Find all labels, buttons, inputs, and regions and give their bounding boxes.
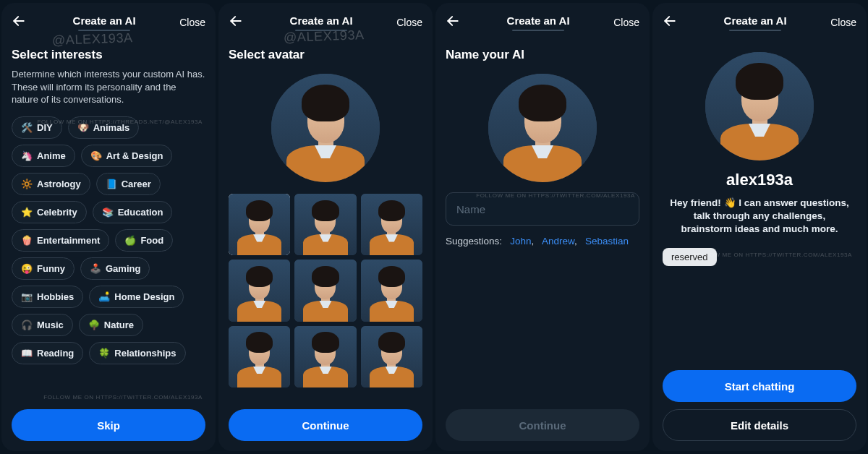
interest-chip[interactable]: 🍏Food bbox=[115, 229, 173, 252]
screen-avatar: Create an AI Close @ALEX193A Select avat… bbox=[218, 3, 433, 451]
chip-emoji-icon: 🍿 bbox=[21, 235, 33, 246]
screen-name: Create an AI Close Name your AI FOLLOW M… bbox=[435, 3, 650, 451]
suggestions-row: Suggestions: John, Andrew, Sebastian bbox=[446, 236, 639, 247]
start-chatting-button[interactable]: Start chatting bbox=[663, 370, 856, 402]
interest-chip[interactable]: 📷Hobbies bbox=[12, 286, 83, 308]
suggestion-link[interactable]: Andrew bbox=[542, 236, 574, 247]
chip-emoji-icon: 🍀 bbox=[98, 348, 110, 359]
header: Create an AI Close bbox=[663, 10, 856, 35]
continue-button[interactable]: Continue bbox=[229, 409, 422, 441]
interest-chip[interactable]: 🦄Anime bbox=[12, 145, 75, 167]
chip-label: Nature bbox=[104, 320, 134, 330]
chip-emoji-icon: 🌳 bbox=[88, 320, 100, 330]
interest-chip[interactable]: 🎨Art & Design bbox=[81, 145, 173, 167]
interest-chip[interactable]: 🔆Astrology bbox=[12, 173, 90, 195]
header-underline bbox=[729, 30, 781, 31]
chip-label: Celebrity bbox=[37, 207, 77, 218]
chip-emoji-icon: 🍏 bbox=[124, 235, 136, 246]
suggestion-link[interactable]: John bbox=[510, 236, 531, 247]
avatar-preview bbox=[488, 74, 597, 182]
watermark-twitter: FOLLOW ME ON HTTPS://TWITTER.COM/ALEX193… bbox=[43, 394, 203, 401]
ai-intro: Hey friend! 👋 I can answer questions, ta… bbox=[663, 197, 856, 236]
interest-chip[interactable]: 📚Education bbox=[93, 201, 173, 223]
avatar-option[interactable] bbox=[361, 260, 422, 321]
chip-emoji-icon: 🛠️ bbox=[21, 122, 33, 133]
suggestion-link[interactable]: Sebastian bbox=[585, 236, 629, 247]
watermark-handle: @ALEX193A bbox=[284, 27, 365, 46]
back-icon[interactable] bbox=[12, 14, 29, 32]
watermark-handle: @ALEX193A bbox=[52, 30, 133, 48]
avatar-option[interactable] bbox=[229, 260, 290, 321]
interest-chip[interactable]: 📖Reading bbox=[12, 342, 83, 364]
avatar-option[interactable] bbox=[294, 260, 356, 321]
chip-label: Anime bbox=[37, 150, 66, 161]
section-description: Determine which interests your custom AI… bbox=[12, 68, 205, 106]
chip-emoji-icon: 📖 bbox=[21, 348, 33, 359]
interest-chip[interactable]: 🎧Music bbox=[12, 314, 73, 336]
selected-avatar bbox=[271, 74, 380, 182]
interest-chip[interactable]: 🌳Nature bbox=[79, 314, 143, 336]
avatar-preview bbox=[705, 52, 814, 160]
edit-details-button[interactable]: Edit details bbox=[663, 409, 856, 441]
avatar-option[interactable] bbox=[294, 326, 356, 387]
chip-label: Funny bbox=[37, 263, 65, 274]
interest-chip[interactable]: 🛋️Home Design bbox=[89, 286, 184, 308]
section-title: Name your AI bbox=[446, 48, 639, 62]
chip-label: Art & Design bbox=[106, 150, 163, 161]
chip-label: Reading bbox=[37, 348, 74, 359]
interest-chip[interactable]: 😜Funny bbox=[12, 257, 75, 280]
interest-chip[interactable]: 🕹️Gaming bbox=[80, 257, 150, 280]
continue-button: Continue bbox=[446, 409, 639, 441]
avatar-option[interactable] bbox=[229, 194, 290, 255]
interest-chip[interactable]: 🍀Relationships bbox=[89, 342, 185, 364]
close-button[interactable]: Close bbox=[396, 17, 422, 28]
back-icon[interactable] bbox=[229, 14, 246, 32]
back-icon[interactable] bbox=[446, 14, 463, 32]
chip-label: Astrology bbox=[37, 179, 81, 189]
header-title: Create an AI bbox=[290, 14, 353, 27]
suggestions-label: Suggestions: bbox=[446, 236, 502, 247]
chip-emoji-icon: 📚 bbox=[102, 207, 114, 218]
section-title: Select avatar bbox=[229, 48, 422, 62]
header-title: Create an AI bbox=[507, 14, 570, 27]
screen-interests: Create an AI Close @ALEX193A Select inte… bbox=[1, 3, 216, 451]
interest-chips: 🛠️DIY🐶Animals🦄Anime🎨Art & Design🔆Astrolo… bbox=[12, 116, 205, 364]
avatar-option[interactable] bbox=[294, 194, 356, 255]
watermark-twitter: FOLLOW ME ON HTTPS://TWITTER.COM/ALEX193… bbox=[476, 192, 635, 199]
header-title: Create an AI bbox=[724, 14, 787, 27]
chip-emoji-icon: 📷 bbox=[21, 291, 33, 302]
chip-label: Home Design bbox=[114, 291, 174, 302]
back-icon[interactable] bbox=[663, 14, 680, 32]
avatar-option[interactable] bbox=[361, 194, 422, 255]
interest-chip[interactable]: 🍿Entertainment bbox=[12, 229, 109, 252]
section-title: Select interests bbox=[12, 48, 205, 62]
close-button[interactable]: Close bbox=[830, 17, 856, 28]
chip-emoji-icon: 🎧 bbox=[21, 320, 33, 330]
chip-emoji-icon: ⭐ bbox=[21, 207, 33, 218]
chip-emoji-icon: 📘 bbox=[106, 179, 117, 189]
interest-chip[interactable]: 📘Career bbox=[96, 173, 161, 195]
chip-label: Hobbies bbox=[37, 291, 74, 302]
chip-label: Career bbox=[122, 179, 151, 189]
chip-label: Music bbox=[37, 320, 64, 330]
watermark-threads: FOLLOW ME ON HTTPS://THREADS.NET/@ALEX19… bbox=[38, 119, 203, 125]
screen-summary: Create an AI Close alex193a Hey friend! … bbox=[652, 3, 867, 451]
header: Create an AI Close bbox=[446, 10, 639, 35]
chip-emoji-icon: 🎨 bbox=[90, 150, 102, 161]
skip-button[interactable]: Skip bbox=[12, 409, 205, 441]
chip-label: Gaming bbox=[106, 263, 140, 274]
avatar-option[interactable] bbox=[229, 326, 290, 387]
chip-emoji-icon: 😜 bbox=[21, 263, 33, 274]
close-button[interactable]: Close bbox=[179, 17, 205, 28]
chip-emoji-icon: 🔆 bbox=[21, 179, 33, 189]
watermark-twitter: FOLLOW ME ON HTTPS://TWITTER.COM/ALEX193… bbox=[693, 252, 852, 258]
avatar-option[interactable] bbox=[361, 326, 422, 387]
chip-label: Entertainment bbox=[37, 235, 100, 246]
ai-name: alex193a bbox=[663, 171, 856, 189]
chip-label: Relationships bbox=[114, 348, 176, 359]
chip-emoji-icon: 🛋️ bbox=[98, 291, 110, 302]
interest-chip[interactable]: ⭐Celebrity bbox=[12, 201, 87, 223]
chip-emoji-icon: 🦄 bbox=[21, 150, 33, 161]
header-underline bbox=[512, 30, 564, 31]
close-button[interactable]: Close bbox=[613, 17, 639, 28]
